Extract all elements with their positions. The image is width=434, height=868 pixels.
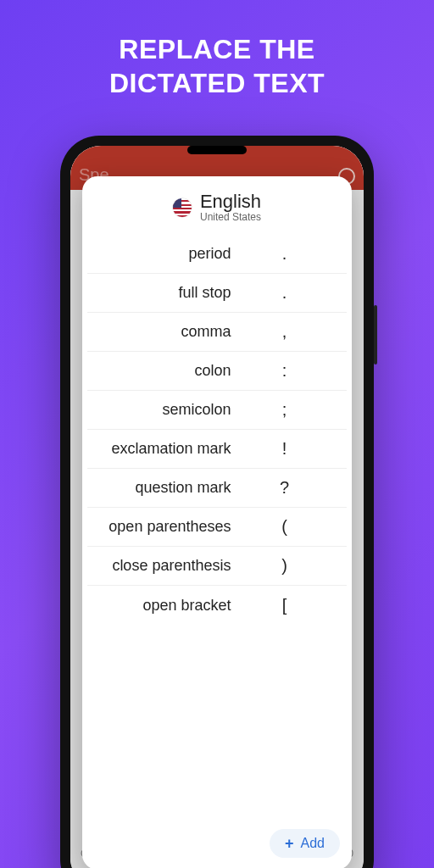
phrase-label: comma [87,323,237,341]
symbol-label: . [237,244,326,264]
symbol-label: ; [237,400,326,420]
list-item[interactable]: semicolon ; [87,391,347,430]
list-item[interactable]: question mark ? [87,469,347,508]
symbol-label: . [237,283,326,303]
phone-frame: Spe S la tl e b s C: 0 V: 0 English Unit… [60,136,374,868]
phrase-label: period [87,245,237,263]
symbol-label: ) [237,556,326,576]
list-item[interactable]: period . [87,235,347,274]
phrase-label: semicolon [87,401,237,419]
symbol-label: [ [237,596,326,615]
phrase-label: full stop [87,284,237,302]
list-item[interactable]: open parentheses ( [87,508,347,547]
list-item[interactable]: exclamation mark ! [87,430,347,469]
symbol-label: ( [237,517,326,537]
plus-icon: + [285,836,294,851]
list-item[interactable]: comma , [87,313,347,352]
phrase-label: close parenthesis [87,557,237,575]
list-item[interactable]: full stop . [87,274,347,313]
headline-line-1: REPLACE THE [119,34,314,64]
symbol-label: ? [237,478,326,498]
symbol-label: ! [237,439,326,459]
phone-screen: Spe S la tl e b s C: 0 V: 0 English Unit… [70,146,364,868]
language-name: English [200,192,261,211]
phrase-label: colon [87,362,237,380]
phrase-label: open parentheses [87,518,237,536]
phrase-label: exclamation mark [87,440,237,458]
add-button-label: Add [301,836,325,851]
add-button[interactable]: + Add [270,829,340,858]
phrase-label: question mark [87,479,237,497]
us-flag-icon [173,198,192,217]
dialog-header: English United States [82,176,352,231]
list-item[interactable]: close parenthesis ) [87,547,347,586]
symbol-label: , [237,322,326,342]
dialog-footer: + Add [82,821,352,868]
promo-headline: REPLACE THE DICTATED TEXT [0,0,434,100]
language-region: United States [200,211,261,223]
phrase-label: open bracket [87,597,237,615]
phone-earpiece-icon [187,146,247,154]
replacement-dialog: English United States period . full stop… [82,176,352,868]
phone-side-button-icon [374,305,377,364]
list-item[interactable]: open bracket [ [87,586,347,625]
replacement-list[interactable]: period . full stop . comma , colon : sem… [82,231,352,821]
symbol-label: : [237,361,326,381]
headline-line-2: DICTATED TEXT [109,68,325,98]
list-item[interactable]: colon : [87,352,347,391]
